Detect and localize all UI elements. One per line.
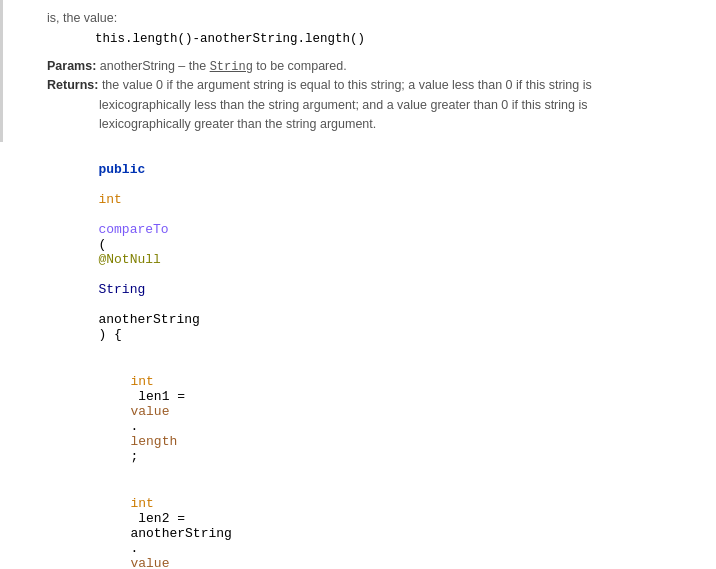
doc-params-string: String (210, 60, 253, 74)
doc-code-expr-line: this.length()-anotherString.length() (47, 29, 704, 50)
code-block: public int compareTo ( @NotNull String a… (0, 142, 716, 569)
doc-params-rest: to be compared. (256, 59, 346, 73)
doc-params-line: Params: anotherString – the String to be… (47, 57, 704, 77)
signature-line: public int compareTo ( @NotNull String a… (0, 146, 716, 358)
doc-returns-line3: lexicographically greater than the strin… (47, 115, 704, 134)
doc-is-value-text: is, the value: (47, 9, 117, 28)
line-len1: int len1 = value . length ; (0, 358, 716, 480)
line-len2: int len2 = anotherString . value . lengt… (0, 480, 716, 569)
doc-code-expr: this.length()-anotherString.length() (95, 30, 365, 49)
kw-public: public (98, 162, 145, 177)
method-compareTo: compareTo (98, 222, 168, 237)
doc-returns-line2: lexicographically less than the string a… (47, 96, 704, 115)
doc-returns-block: Returns: the value 0 if the argument str… (47, 76, 704, 95)
kw-int: int (98, 192, 121, 207)
main-container: is, the value: this.length()-anotherStri… (0, 0, 716, 569)
annotation-notnull: @NotNull (98, 252, 160, 267)
doc-is-value: is, the value: (47, 8, 704, 29)
doc-params-text: anotherString – the (100, 59, 210, 73)
signature-content: public int compareTo ( @NotNull String a… (32, 147, 716, 357)
doc-section: is, the value: this.length()-anotherStri… (0, 0, 716, 142)
doc-returns-label: Returns: (47, 78, 98, 92)
param-anotherString: anotherString (98, 312, 199, 327)
doc-returns-line1: the value 0 if the argument string is eq… (102, 78, 592, 92)
doc-params-label: Params: (47, 59, 96, 73)
type-string: String (98, 282, 145, 297)
